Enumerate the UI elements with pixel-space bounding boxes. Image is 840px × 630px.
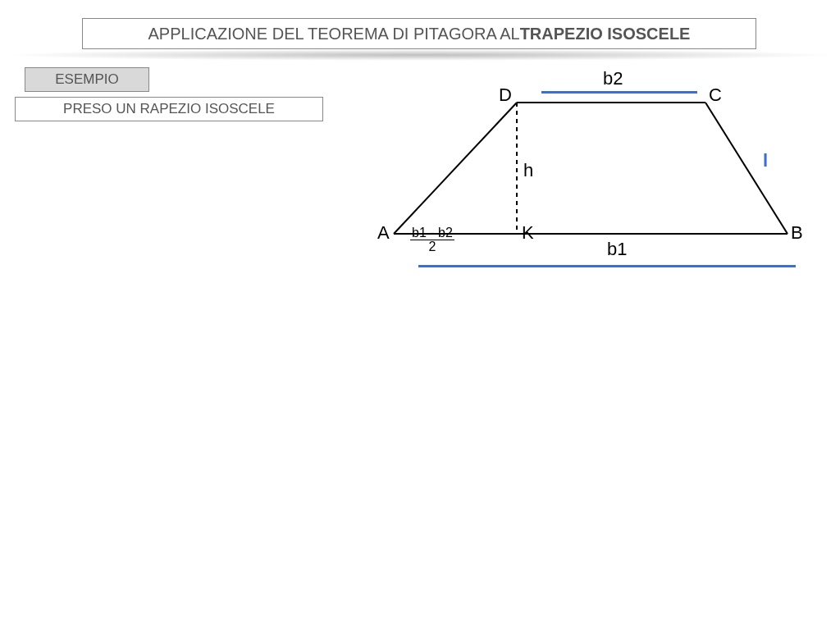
- AK-fraction: b1 - b2 2: [410, 226, 454, 253]
- title-shadow: [0, 49, 840, 61]
- b2-label: b2: [603, 68, 623, 89]
- point-K: K: [522, 222, 534, 244]
- svg-line-3: [394, 103, 517, 234]
- b1-label: b1: [607, 239, 627, 260]
- height-label: h: [523, 160, 533, 181]
- b1-line: [418, 265, 796, 267]
- svg-line-1: [705, 103, 788, 234]
- example-label-box: ESEMPIO: [25, 67, 149, 92]
- step-label: PRESO UN RAPEZIO ISOSCELE: [63, 101, 275, 117]
- vertex-A: A: [377, 222, 390, 244]
- title-bar: APPLICAZIONE DEL TEOREMA DI PITAGORA AL …: [82, 18, 756, 49]
- frac-num: b1 - b2: [410, 226, 454, 240]
- example-label: ESEMPIO: [55, 71, 118, 88]
- frac-den: 2: [410, 240, 454, 253]
- b2-line: [541, 91, 697, 94]
- step-box: PRESO UN RAPEZIO ISOSCELE: [15, 97, 323, 121]
- title-part1: APPLICAZIONE DEL TEOREMA DI PITAGORA AL: [148, 25, 520, 43]
- vertex-B: B: [791, 222, 803, 244]
- trapezoid-diagram: D C A B K h b2 b1 l b1 - b2 2: [377, 70, 820, 283]
- lateral-label: l: [763, 150, 768, 171]
- title-part2: TRAPEZIO ISOSCELE: [520, 25, 691, 43]
- vertex-D: D: [499, 84, 512, 106]
- vertex-C: C: [709, 84, 722, 106]
